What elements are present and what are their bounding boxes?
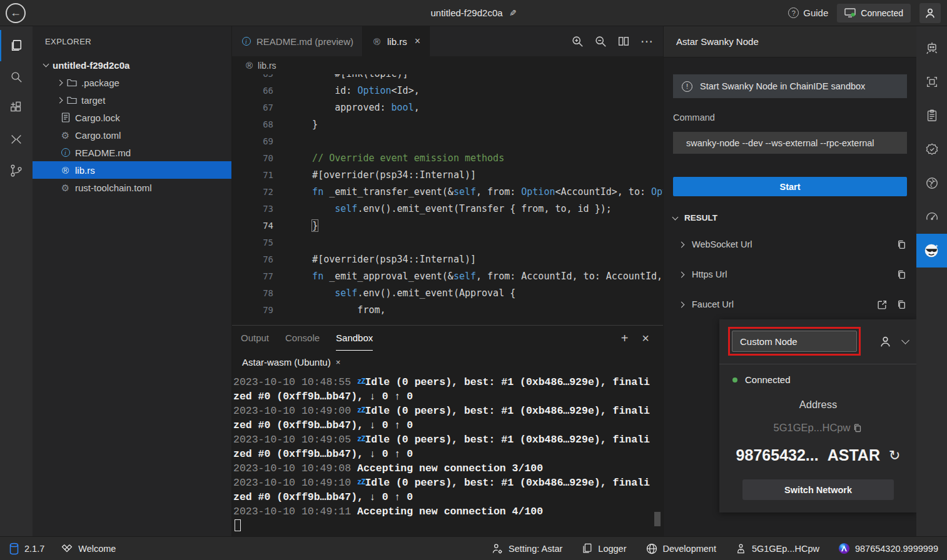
question-icon: ? (788, 8, 799, 18)
copy-icon[interactable] (896, 239, 907, 250)
more-actions-icon[interactable]: ⋯ (641, 34, 653, 49)
alert-icon: ! (682, 81, 692, 92)
statusbar-logger[interactable]: Logger (581, 542, 626, 554)
tab-readme-md-preview-[interactable]: i README.md (preview) (232, 26, 363, 56)
statusbar-account-pin[interactable]: 5G1GEp...HCpw (735, 542, 819, 554)
result-row-websocket-url[interactable]: WebSocket Url (673, 236, 907, 252)
gauge-icon[interactable] (916, 200, 947, 234)
swanky-face-icon[interactable] (916, 234, 947, 268)
terminal-cursor (235, 519, 241, 531)
tree-item-cargo-toml[interactable]: ⚙Cargo.toml (33, 126, 231, 144)
zoom-out-icon[interactable] (595, 36, 607, 48)
status-bar: 2.1.7Welcome Setting: AstarLoggerDevelop… (0, 536, 947, 560)
statusbar-user-settings[interactable]: Setting: Astar (491, 542, 562, 555)
back-button[interactable]: ← (6, 3, 26, 23)
rust-icon: ® (60, 166, 71, 175)
tree-item-target[interactable]: target (33, 91, 231, 109)
statusbar-database[interactable]: 2.1.7 (9, 542, 44, 555)
badge-check-icon[interactable] (916, 132, 947, 166)
collapse-icon[interactable] (0, 124, 33, 155)
gear-icon: ⚙ (60, 131, 71, 140)
account-icon[interactable] (879, 336, 891, 348)
connected-button[interactable]: Connected (837, 4, 911, 22)
gear-icon: ⚙ (60, 183, 71, 192)
guide-button[interactable]: ? Guide (788, 8, 828, 18)
panel-add-icon[interactable]: + (621, 331, 629, 346)
idle-zzz-icon: zZ (357, 406, 365, 415)
swanky-node-panel: Astar Swanky Node ! Start Swanky Node in… (663, 26, 916, 536)
chevron-down-icon[interactable] (901, 336, 909, 344)
statusbar-handshake[interactable]: Welcome (61, 542, 116, 555)
statusbar-globe[interactable]: Development (646, 542, 716, 555)
info-icon: i (241, 37, 251, 46)
external-link-icon[interactable] (877, 299, 888, 310)
copy-icon[interactable] (896, 299, 907, 310)
edit-title-icon[interactable]: ✎ (509, 8, 517, 18)
sandbox-subtab[interactable]: Astar-wasm (Ubuntu) × (232, 351, 663, 374)
info-icon: i (60, 148, 71, 157)
chevron-right-icon (679, 241, 685, 248)
code-editor[interactable]: 65 #[ink(topic)]66 id: Option<Id>,67 app… (232, 74, 663, 325)
subtab-close-icon[interactable]: × (336, 358, 341, 367)
logger-icon (581, 542, 593, 554)
search-icon[interactable] (0, 61, 33, 92)
switch-network-button[interactable]: Switch Network (742, 479, 894, 500)
code-line-77: 77 fn _emit_approval_event(&self, from: … (232, 268, 663, 285)
status-dot (732, 378, 737, 382)
person-icon (924, 8, 936, 19)
tree-item-rust-toolchain-toml[interactable]: ⚙rust-toolchain.toml (33, 179, 231, 196)
log-output[interactable]: 2023-10-10 10:48:55 zZIdle (0 peers), be… (232, 374, 663, 536)
code-line-74: 74 } (232, 218, 663, 234)
panel-scrollbar[interactable] (654, 512, 661, 526)
tree-item-readme-md[interactable]: iREADME.md (33, 144, 231, 161)
tree-item-cargo-lock[interactable]: Cargo.lock (33, 109, 231, 126)
avatar[interactable] (919, 3, 941, 23)
command-input[interactable]: swanky-node --dev --ws-external --rpc-ex… (673, 132, 907, 154)
split-editor-icon[interactable] (618, 36, 629, 47)
close-icon[interactable]: × (415, 36, 420, 47)
code-line-69: 69 (232, 133, 663, 150)
clipboard-icon[interactable] (916, 99, 947, 132)
panel-tab-sandbox[interactable]: Sandbox (336, 326, 373, 351)
openai-icon[interactable] (916, 166, 947, 200)
panel-tab-console[interactable]: Console (285, 326, 320, 351)
explorer-sidebar: EXPLORER untitled-f29d2c0a.packagetarget… (33, 26, 232, 536)
connection-status: Connected (728, 374, 908, 385)
title-bar: ← untitled-f29d2c0a ✎ ? Guide Connected (0, 0, 947, 26)
robot-icon[interactable] (916, 31, 947, 65)
copy-icon[interactable] (896, 269, 907, 280)
extensions-icon[interactable] (0, 92, 33, 124)
result-row-https-url[interactable]: Https Url (673, 266, 907, 282)
code-line-73: 73 self.env().emit_event(Transfer { from… (232, 201, 663, 218)
tree-item--package[interactable]: .package (33, 74, 231, 91)
address-value: 5G1GEp...HCpw (728, 422, 908, 434)
folder-icon (66, 96, 77, 104)
frame-icon[interactable] (916, 65, 947, 99)
result-row-faucet-url[interactable]: Faucet Url (673, 296, 907, 312)
code-line-66: 66 id: Option<Id>, (232, 82, 663, 99)
panel-title: Astar Swanky Node (664, 26, 916, 58)
code-line-75: 75 (232, 234, 663, 251)
panel-tab-output[interactable]: Output (241, 326, 269, 351)
copy-icon[interactable] (853, 423, 863, 433)
breadcrumb[interactable]: ® lib.rs (232, 56, 663, 74)
tree-item-untitled-f29d2c0a[interactable]: untitled-f29d2c0a (33, 56, 231, 74)
panel-close-icon[interactable]: × (642, 331, 649, 346)
divider (719, 364, 916, 364)
start-button[interactable]: Start (673, 177, 907, 196)
git-branch-icon[interactable] (0, 155, 33, 186)
node-select[interactable]: Custom Node (732, 331, 857, 352)
files-icon[interactable] (0, 30, 33, 61)
refresh-icon[interactable]: ↻ (889, 448, 900, 464)
statusbar-astar-token[interactable]: 987654320.9999999 (838, 542, 938, 554)
chevron-right-icon (679, 271, 685, 278)
chevron-down-icon (43, 61, 49, 68)
zoom-in-icon[interactable] (572, 36, 584, 48)
idle-zzz-icon: zZ (357, 435, 365, 444)
command-label: Command (673, 112, 907, 122)
tab-lib-rs[interactable]: ® lib.rs× (363, 26, 430, 56)
panel-tab-bar: OutputConsoleSandbox+ × (232, 326, 663, 351)
result-section-header[interactable]: RESULT (673, 213, 907, 222)
tree-item-lib-rs[interactable]: ®lib.rs (33, 161, 231, 179)
code-line-68: 68 } (232, 116, 663, 133)
